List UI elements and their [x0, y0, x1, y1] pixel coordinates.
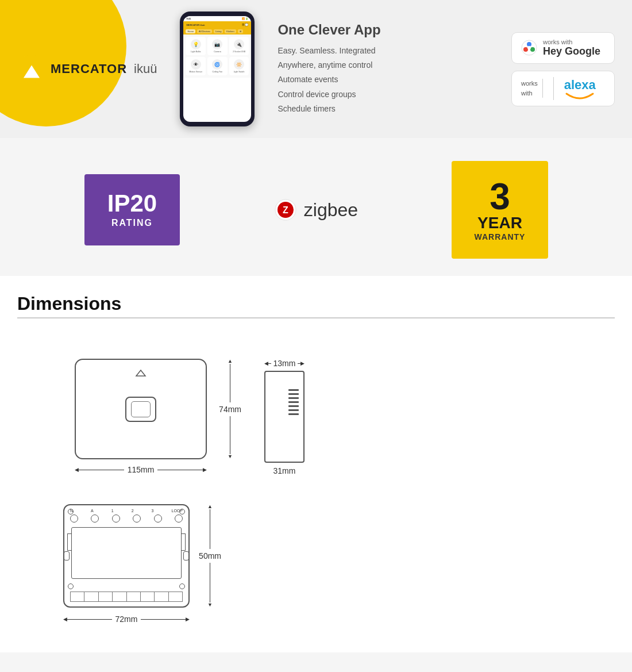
tooth-3: [99, 592, 113, 602]
zigbee-badge-container: Z zigbee: [224, 144, 408, 276]
phone-tab-devices: All Devices: [197, 29, 212, 33]
phone-device-grid: 💡 Light Bulbs 📷 Camera 🔌 2 Socket USB 👁 …: [183, 34, 251, 78]
phone-mockup: 9:41 📶 🔋 MERCATOR ikuü ☰ 💬 Home All Devi…: [180, 11, 255, 126]
phone-tab-add: ⊕: [238, 29, 243, 33]
side-fins: [288, 389, 299, 415]
phone-status-bar: 9:41 📶 🔋: [183, 16, 251, 21]
phone-tabs-row: Home All Devices Living Kitchen ⊕: [183, 28, 251, 34]
phone-outer: 9:41 📶 🔋 MERCATOR ikuü ☰ 💬 Home All Devi…: [180, 11, 255, 126]
hey-google-text: Hey Google: [543, 45, 600, 57]
switch-center-outer: [125, 397, 156, 422]
vdim-arrow-down-icon: ▼: [228, 454, 233, 459]
usb-icon: 🔌: [234, 39, 244, 49]
back-pcb-outline: [71, 527, 182, 579]
switch-indicator: [135, 369, 147, 379]
back-width-label: 72mm: [115, 615, 138, 624]
back-diagram: N A 1 2 3 LOOP: [63, 504, 190, 624]
feature-item-5: Schedule timers: [278, 102, 500, 116]
ikuu-brand-text: ikuü: [134, 62, 157, 76]
warranty-label: WARRANTY: [475, 232, 526, 241]
alexa-logo-area: alexa: [564, 78, 596, 99]
brand-logo-area: MERCATOR ikuü: [17, 55, 157, 83]
app-features: One Clever App Easy. Seamless. Integrate…: [266, 22, 500, 116]
phone-device-lightbulb: 💡 Light Bulbs: [186, 37, 206, 55]
dimensions-title: Dimensions: [17, 293, 615, 314]
tooth-1: [70, 592, 84, 602]
feature-item-3: Automate events: [278, 72, 500, 87]
left-mount-hole: [64, 551, 70, 560]
google-badge: works with Hey Google: [511, 32, 615, 64]
fin-6: [288, 409, 299, 411]
app-features-title: One Clever App: [278, 22, 500, 38]
phone-tab-kitchen: Kitchen: [225, 29, 236, 33]
phone-device-switch: 🔆 Light Switch: [229, 57, 249, 75]
fan-label: Ceiling Fan: [213, 71, 223, 73]
terminal-2: 2: [132, 509, 134, 513]
svg-marker-8: [136, 370, 145, 376]
switch-back-drawing: N A 1 2 3 LOOP: [63, 504, 190, 608]
corner-hole-br: [179, 583, 185, 589]
phone-screen: 9:41 📶 🔋 MERCATOR ikuü ☰ 💬 Home All Devi…: [183, 16, 251, 122]
back-hdim-line-r: [141, 619, 186, 620]
ip20-badge-container: IP20 RATING: [40, 144, 224, 276]
side-top-arrow-left-icon: ◀: [264, 360, 268, 366]
zigbee-badge: Z zigbee: [251, 181, 381, 239]
phone-tab-living: Living: [214, 29, 223, 33]
corner-hole-tl: [68, 509, 74, 514]
zigbee-label: zigbee: [304, 199, 358, 221]
works-text: works: [521, 79, 538, 89]
hdim-arrow-right-icon: ▶: [203, 467, 207, 473]
front-width-dim: ◀ 115mm ▶: [75, 465, 207, 474]
header-banner: MERCATOR ikuü 9:41 📶 🔋 MERCATOR ikuü ☰ 💬…: [0, 0, 632, 138]
terminal-circle-loop: [175, 514, 183, 523]
right-mount-hole: [183, 551, 189, 560]
alexa-badge: works with alexa: [511, 71, 615, 106]
usb-label: 2 Socket USB: [233, 51, 245, 53]
side-top-arrow-right-icon: ▶: [300, 360, 305, 366]
back-hdim-line-l: [67, 619, 112, 620]
fin-4: [288, 401, 299, 403]
phone-device-camera: 📷 Camera: [207, 37, 228, 55]
hdim-arrow-left-icon: ◀: [75, 467, 79, 473]
ip20-rating-text: RATING: [107, 218, 157, 228]
warranty-year-text: YEAR: [475, 215, 526, 231]
terminal-1: 1: [111, 509, 114, 513]
phone-nav-bar: MERCATOR ikuü ☰ 💬: [183, 21, 251, 28]
svg-point-4: [527, 46, 531, 49]
tooth-6: [141, 592, 155, 602]
warranty-number: 3: [475, 178, 526, 215]
tooth-4: [113, 592, 126, 602]
svg-text:Z: Z: [283, 205, 288, 215]
dimensions-section: Dimensions ▲ 74mm: [0, 276, 632, 652]
front-height-label: 74mm: [219, 405, 241, 414]
feature-item-4: Control device groups: [278, 87, 500, 102]
camera-icon: 📷: [212, 39, 222, 49]
back-vdim-up-icon: ▲: [207, 504, 213, 509]
with-text: with: [521, 89, 538, 98]
google-works-with-text: works with: [543, 39, 600, 45]
back-vdim-down-icon: ▼: [207, 602, 213, 608]
back-height-label: 50mm: [199, 551, 221, 560]
zigbee-icon: Z: [274, 198, 297, 221]
back-height-dim: ▲ 50mm ▼: [199, 504, 221, 608]
back-diagram-row: N A 1 2 3 LOOP: [17, 481, 615, 635]
svg-point-1: [527, 42, 531, 47]
tooth-2: [84, 592, 98, 602]
front-height-dim: ▲ 74mm ▼: [219, 359, 241, 459]
side-diagram: ◀ 13mm ▶ 31mm: [264, 359, 305, 475]
side-top-line: [268, 363, 271, 364]
motion-icon: 👁: [191, 59, 201, 70]
fin-3: [288, 397, 299, 399]
side-top-label: 13mm: [273, 359, 296, 368]
google-badge-text: works with Hey Google: [543, 39, 600, 57]
phone-device-usb: 🔌 2 Socket USB: [229, 37, 249, 55]
google-icon: [521, 40, 537, 56]
back-width-dim: ◀ 72mm ▶: [63, 615, 190, 624]
fin-5: [288, 405, 299, 407]
feature-item-2: Anywhere, anytime control: [278, 58, 500, 72]
right-conn-block: [181, 533, 186, 551]
side-bottom-label: 31mm: [264, 466, 305, 475]
alexa-works-with-text: works with: [521, 79, 543, 98]
switch-label: Light Switch: [234, 71, 245, 73]
badges-row: IP20 RATING Z zigbee 3 YEAR WARRANTY: [0, 144, 632, 276]
